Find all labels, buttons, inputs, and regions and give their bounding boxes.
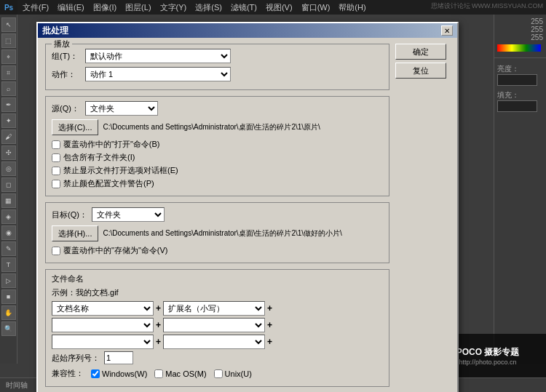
right-panel-val1: 255 — [497, 17, 543, 25]
filename-select3-left[interactable] — [52, 335, 154, 349]
dialog-title: 批处理 — [42, 25, 68, 37]
target-override-checkbox[interactable] — [52, 247, 60, 255]
ok-button[interactable]: 确定 — [395, 44, 446, 60]
source-cb1-label: 覆盖动作中的"打开"命令(B) — [63, 139, 159, 150]
tool-eraser[interactable]: ◻ — [1, 177, 16, 192]
right-brightness-input[interactable] — [497, 74, 537, 86]
group-select[interactable]: 默认动作 — [85, 49, 231, 63]
target-section: 目标(Q)： 文件夹 选择(H)... C:\Documents and Set… — [45, 202, 389, 263]
tool-lasso[interactable]: ⌖ — [1, 49, 16, 64]
source-cb2-row: 包含所有子文件夹(I) — [52, 152, 383, 163]
source-cb1-row: 覆盖动作中的"打开"命令(B) — [52, 139, 383, 150]
target-label: 目标(Q)： — [52, 209, 87, 220]
menu-window[interactable]: 窗口(W) — [298, 1, 334, 14]
tool-blur[interactable]: ◈ — [1, 209, 16, 224]
source-section: 源(Q)： 文件夹 选择(C)... C:\Documents and Sett… — [45, 96, 389, 196]
windows-label: Windows(W) — [102, 369, 147, 378]
plus3: + — [156, 320, 161, 330]
tool-eyedrop[interactable]: ✒ — [1, 97, 16, 112]
compat-row: 兼容性： Windows(W) Mac OS(M) Unix(U) — [52, 368, 383, 379]
action-select[interactable]: 动作 1 — [85, 67, 231, 81]
menu-edit[interactable]: 编辑(E) — [54, 1, 88, 14]
ps-logo: Ps — [0, 0, 17, 15]
source-cb3-row: 禁止显示文件打开选项对话框(E) — [52, 165, 383, 176]
target-override-label: 覆盖动作中的"存储为"命令(V) — [63, 245, 167, 256]
source-choose-button[interactable]: 选择(C)... — [52, 119, 98, 135]
filename-section: 文件命名 示例：我的文档.gif 文档名称 + 扩展名（小写） + — [45, 269, 389, 387]
right-fill-input[interactable] — [497, 100, 537, 112]
tool-dodge[interactable]: ◉ — [1, 225, 16, 240]
menu-view[interactable]: 视图(V) — [262, 1, 296, 14]
serial-row: 起始序列号： — [52, 351, 383, 364]
source-cb3-checkbox[interactable] — [52, 167, 60, 175]
target-choose-button[interactable]: 选择(H)... — [52, 225, 98, 241]
right-panel: 255 255 255 亮度： 填充： — [494, 15, 546, 364]
menu-filter[interactable]: 滤镜(T) — [227, 1, 261, 14]
dialog-close-button[interactable]: ✕ — [441, 25, 453, 36]
tool-magic[interactable]: ⌗ — [1, 65, 16, 80]
left-toolbar: ↖ ⬚ ⌖ ⌗ ⌕ ✒ ✦ 🖌 ✣ ◎ ◻ ▦ ◈ ◉ ✎ T ▷ ■ ✋ 🔍 — [0, 15, 17, 364]
tool-hand[interactable]: ✋ — [1, 305, 16, 320]
tool-pen[interactable]: ✎ — [1, 241, 16, 256]
tool-clone[interactable]: ✣ — [1, 145, 16, 160]
filename-select3-right[interactable] — [163, 335, 265, 349]
source-cb1-checkbox[interactable] — [52, 140, 60, 149]
source-row: 源(Q)： 文件夹 — [52, 101, 383, 116]
tool-heal[interactable]: ✦ — [1, 113, 16, 128]
filename-select1-left[interactable]: 文档名称 — [52, 301, 154, 316]
tool-move[interactable]: ↖ — [1, 17, 16, 32]
serial-input[interactable] — [104, 351, 133, 364]
plus6: + — [267, 337, 272, 347]
target-select[interactable]: 文件夹 — [92, 207, 165, 222]
menu-help[interactable]: 帮助(H) — [335, 1, 369, 14]
right-panel-val3: 255 — [497, 33, 543, 41]
plus5: + — [156, 337, 161, 347]
plus2: + — [267, 303, 272, 313]
macos-checkbox[interactable] — [154, 369, 163, 378]
serial-label: 起始序列号： — [52, 353, 100, 364]
menu-image[interactable]: 图像(I) — [90, 1, 120, 14]
filename-select2-left[interactable] — [52, 318, 154, 332]
source-choose-row: 选择(C)... C:\Documents and Settings\Admin… — [52, 119, 383, 135]
source-cb4-row: 禁止颜色配置文件警告(P) — [52, 178, 383, 189]
macos-label: Mac OS(M) — [165, 369, 206, 378]
source-select[interactable]: 文件夹 — [85, 101, 158, 116]
filename-select1-right[interactable]: 扩展名（小写） — [163, 301, 265, 316]
right-panel-val2: 255 — [497, 25, 543, 33]
target-path: C:\Documents and Settings\Administrator\… — [103, 228, 383, 239]
play-section-label: 播放 — [52, 39, 72, 49]
play-section: 播放 组(T)： 默认动作 动作： 动作 1 — [45, 44, 389, 90]
filename-example: 示例：我的文档.gif — [52, 287, 383, 298]
tool-type[interactable]: T — [1, 257, 16, 272]
filename-row1: 文档名称 + 扩展名（小写） + — [52, 301, 383, 316]
tool-history[interactable]: ◎ — [1, 161, 16, 176]
source-cb2-checkbox[interactable] — [52, 153, 60, 162]
menu-select[interactable]: 选择(S) — [191, 1, 226, 14]
menu-file[interactable]: 文件(F) — [19, 1, 52, 14]
filename-row3: + + — [52, 335, 383, 349]
color-bar — [497, 44, 541, 52]
tool-gradient[interactable]: ▦ — [1, 193, 16, 208]
windows-checkbox[interactable] — [91, 369, 100, 378]
filename-select2-right[interactable] — [163, 318, 265, 332]
menu-layer[interactable]: 图层(L) — [122, 1, 154, 14]
action-label: 动作： — [52, 69, 81, 80]
group-row: 组(T)： 默认动作 — [52, 49, 383, 63]
right-brightness-label: 亮度： — [497, 64, 543, 74]
reset-button[interactable]: 复位 — [395, 63, 446, 79]
group-label: 组(T)： — [52, 51, 81, 62]
source-label: 源(Q)： — [52, 103, 81, 114]
tool-select[interactable]: ⬚ — [1, 33, 16, 48]
tool-brush[interactable]: 🖌 — [1, 129, 16, 144]
dialog-body: 播放 组(T)： 默认动作 动作： 动作 1 — [38, 38, 457, 392]
menu-text[interactable]: 文字(Y) — [157, 1, 191, 14]
tool-crop[interactable]: ⌕ — [1, 81, 16, 96]
source-cb4-checkbox[interactable] — [52, 180, 60, 188]
unix-checkbox[interactable] — [214, 369, 223, 378]
tool-shape[interactable]: ■ — [1, 289, 16, 304]
target-override-row: 覆盖动作中的"存储为"命令(V) — [52, 245, 383, 256]
filename-row2: + + — [52, 318, 383, 332]
tool-path[interactable]: ▷ — [1, 273, 16, 288]
windows-compat: Windows(W) — [91, 369, 147, 378]
tool-zoom[interactable]: 🔍 — [1, 321, 16, 336]
